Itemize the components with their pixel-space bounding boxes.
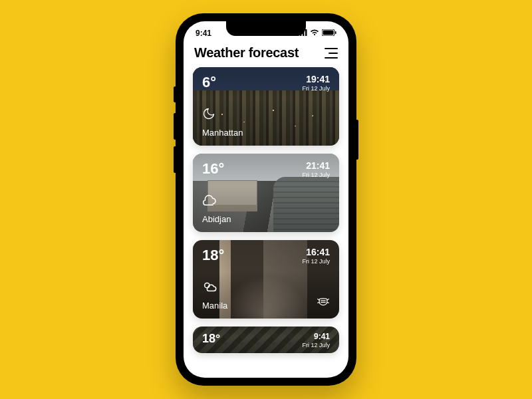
power-button (356, 120, 358, 160)
weather-card-manila[interactable]: 18° 16:41 Fri 12 July Manila (193, 240, 339, 319)
temperature: 18° (202, 247, 224, 264)
city-list[interactable]: 6° 19:41 Fri 12 July Manhattan 16° 21:41… (184, 67, 348, 353)
cloud-icon (202, 194, 217, 209)
menu-button[interactable] (325, 48, 338, 59)
date: Fri 12 July (302, 172, 330, 178)
time-block: 16:41 Fri 12 July (302, 247, 330, 265)
menu-icon (325, 57, 338, 59)
page-title: Weather forecast (194, 45, 299, 61)
time-block: 19:41 Fri 12 July (302, 74, 330, 92)
partly-cloudy-icon (202, 280, 218, 296)
city-name: Abidjan (202, 214, 231, 224)
mask-icon (317, 296, 330, 309)
phone-frame: 9:41 Weather forecast (176, 13, 356, 386)
time: 19:41 (302, 74, 330, 84)
city-name: Manhattan (202, 128, 243, 138)
date: Fri 12 July (302, 258, 330, 265)
header: Weather forecast (184, 41, 348, 67)
city-name: Manila (202, 301, 227, 311)
menu-icon (329, 53, 338, 54)
temperature: 16° (202, 160, 224, 178)
time: 9:41 (302, 332, 330, 341)
battery-icon (322, 29, 336, 38)
time: 21:41 (302, 160, 330, 171)
weather-card-peek[interactable]: 18° 9:41 Fri 12 July (193, 327, 339, 353)
svg-rect-3 (305, 29, 307, 36)
temperature: 6° (202, 74, 216, 91)
date: Fri 12 July (302, 342, 330, 348)
temperature: 18° (202, 332, 220, 346)
svg-rect-5 (323, 31, 334, 35)
menu-icon (325, 48, 338, 49)
svg-rect-6 (335, 31, 336, 34)
moon-icon (202, 107, 215, 123)
wifi-icon (310, 29, 319, 38)
time-block: 9:41 Fri 12 July (302, 332, 330, 348)
mute-switch (174, 86, 176, 102)
weather-card-manhattan[interactable]: 6° 19:41 Fri 12 July Manhattan (193, 67, 339, 146)
time: 16:41 (302, 247, 330, 257)
volume-up (174, 113, 176, 140)
status-time: 9:41 (196, 29, 211, 38)
weather-card-abidjan[interactable]: 16° 21:41 Fri 12 July Abidjan (193, 154, 339, 232)
date: Fri 12 July (302, 85, 330, 92)
time-block: 21:41 Fri 12 July (302, 160, 330, 178)
volume-down (174, 146, 176, 173)
notch (226, 21, 306, 36)
screen: 9:41 Weather forecast (184, 21, 348, 378)
